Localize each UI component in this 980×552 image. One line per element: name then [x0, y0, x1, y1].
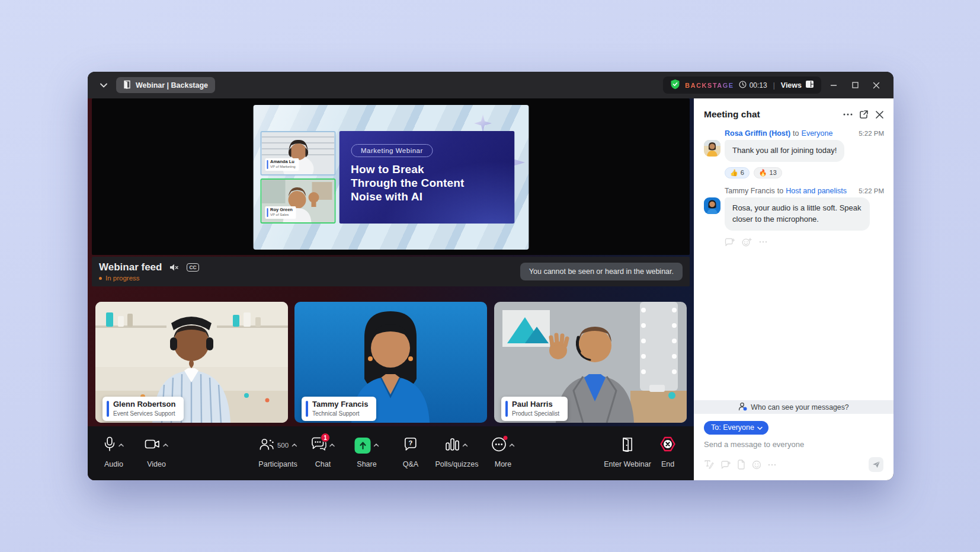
video-tile-paul[interactable]: Paul Harris Product Specialist: [494, 302, 687, 423]
chat-message-2: Tammy Francis to Host and panelists 5:22…: [704, 187, 884, 247]
decor-star-small: [474, 114, 492, 132]
nameplate-glenn: Glenn Robertson Event Services Support: [103, 397, 184, 421]
speaker-thumb-amanda: Amanda Lu VP of Marketing: [260, 131, 335, 176]
speaker-muted-icon[interactable]: [169, 263, 180, 272]
slide-tag: Marketing Webinar: [351, 144, 433, 157]
shield-check-icon: [670, 79, 680, 92]
emoji-icon[interactable]: [752, 460, 761, 470]
share-caret-icon[interactable]: [374, 443, 379, 447]
webinar-window: Webinar | Backstage BACKSTAGE 00:13 | Vi…: [88, 72, 893, 480]
message-bubble: Rosa, your audio is a little soft. Speak…: [725, 197, 870, 231]
message-sender[interactable]: Tammy Francis: [725, 187, 775, 195]
message-sender[interactable]: Rosa Griffin (Host): [725, 129, 790, 138]
closed-captions-icon[interactable]: CC: [187, 263, 198, 272]
quote-reply-icon[interactable]: [725, 238, 735, 247]
more-label: More: [495, 460, 511, 468]
share-button[interactable]: Share: [355, 435, 379, 468]
end-label: End: [661, 460, 674, 468]
slide-title-line: Through the Content: [351, 177, 505, 190]
chat-caret-icon[interactable]: [329, 443, 335, 447]
more-button[interactable]: More: [492, 435, 515, 468]
reaction-thumbs-up[interactable]: 👍 6: [725, 167, 750, 178]
quote-message-icon[interactable]: [720, 460, 731, 470]
participants-count: 500: [277, 442, 289, 449]
speaker-name: Amanda Lu: [270, 159, 296, 165]
chevron-down-icon: [757, 423, 763, 432]
end-button[interactable]: End: [659, 435, 676, 468]
qa-button[interactable]: ? Q&A: [403, 435, 418, 468]
thumbs-up-emoji: 👍: [730, 169, 738, 177]
door-icon: [123, 80, 131, 91]
chat-button[interactable]: 1 Chat: [311, 435, 335, 468]
composer-toolbar: [704, 457, 883, 472]
tile-name: Tammy Francis: [312, 400, 368, 409]
clock-icon: [739, 81, 747, 90]
chat-close-icon[interactable]: [875, 110, 884, 119]
close-button[interactable]: [867, 76, 885, 94]
send-message-button[interactable]: [869, 457, 883, 472]
message-more-icon[interactable]: [759, 238, 767, 247]
speaker-thumb-roy: Roy Green VP of Sales: [260, 178, 335, 224]
to-word: to: [790, 129, 801, 138]
popout-icon[interactable]: [859, 110, 869, 119]
message-audience[interactable]: Everyone: [802, 129, 833, 138]
more-caret-icon[interactable]: [510, 443, 515, 447]
microphone-icon: [104, 436, 116, 454]
tab-webinar-backstage[interactable]: Webinar | Backstage: [116, 77, 215, 93]
tab-label: Webinar | Backstage: [136, 81, 208, 90]
chat-more-icon[interactable]: [843, 113, 853, 116]
audio-button[interactable]: Audio: [104, 435, 124, 468]
video-tile-glenn[interactable]: Glenn Robertson Event Services Support: [95, 302, 288, 423]
person-privacy-icon: [738, 402, 747, 413]
tile-name: Glenn Robertson: [113, 400, 175, 409]
text-format-icon[interactable]: [704, 460, 714, 470]
message-input[interactable]: [704, 440, 870, 449]
video-caret-icon[interactable]: [163, 443, 168, 447]
in-progress-dot: [99, 277, 102, 280]
participants-caret-icon[interactable]: [292, 443, 297, 447]
enter-webinar-button[interactable]: Enter Webinar: [604, 435, 651, 468]
avatar-tammy: [704, 197, 720, 214]
reaction-fire[interactable]: 🔥 13: [754, 167, 782, 178]
slide-title-panel: Marketing Webinar How to Break Through t…: [339, 131, 514, 224]
attach-file-icon[interactable]: [737, 460, 745, 470]
maximize-button[interactable]: [846, 76, 864, 94]
video-tile-tammy[interactable]: Tammy Francis Technical Support: [294, 302, 487, 423]
chat-unread-badge: 1: [321, 433, 330, 442]
feed-title: Webinar feed: [99, 261, 162, 273]
video-button[interactable]: Video: [145, 435, 168, 468]
message-audience[interactable]: Host and panelists: [786, 187, 847, 195]
minimize-button[interactable]: [825, 76, 843, 94]
tile-role: Event Services Support: [113, 410, 175, 418]
reaction-count: 13: [770, 169, 777, 176]
chat-label: Chat: [315, 460, 331, 468]
composer-more-icon[interactable]: [768, 464, 776, 466]
meeting-timer: 00:13: [750, 81, 767, 90]
views-button[interactable]: Views: [781, 80, 814, 90]
add-reaction-icon[interactable]: [742, 238, 752, 247]
audio-caret-icon[interactable]: [119, 443, 124, 447]
qa-icon: ?: [403, 437, 418, 454]
polls-button[interactable]: Polls/quizzes: [435, 435, 479, 468]
polls-label: Polls/quizzes: [435, 460, 479, 468]
audio-label: Audio: [104, 460, 123, 468]
reaction-count: 6: [741, 169, 744, 176]
collapse-chevron-icon[interactable]: [96, 78, 111, 93]
nameplate-paul: Paul Harris Product Specialist: [501, 397, 568, 421]
message-time: 5:22 PM: [859, 130, 884, 137]
fire-emoji: 🔥: [759, 169, 767, 177]
chat-footer: Who can see your messages? To: Everyone: [694, 400, 893, 480]
slide-title-line: Noise with AI: [351, 190, 505, 204]
participants-button[interactable]: 500 Participants: [258, 435, 297, 468]
svg-text:?: ?: [409, 439, 413, 446]
presentation-slide: Marketing Webinar How to Break Through t…: [253, 105, 529, 250]
tile-role: Technical Support: [312, 410, 368, 418]
qa-label: Q&A: [403, 460, 418, 468]
polls-caret-icon[interactable]: [463, 443, 468, 447]
backstage-status-pill: BACKSTAGE 00:13 | Views: [663, 76, 821, 94]
speaker-name: Roy Green: [270, 208, 293, 213]
send-to-selector[interactable]: To: Everyone: [704, 421, 768, 435]
avatar-rosa: [704, 140, 720, 157]
who-can-see-bar[interactable]: Who can see your messages?: [694, 400, 893, 414]
more-notification-dot: [504, 436, 508, 440]
